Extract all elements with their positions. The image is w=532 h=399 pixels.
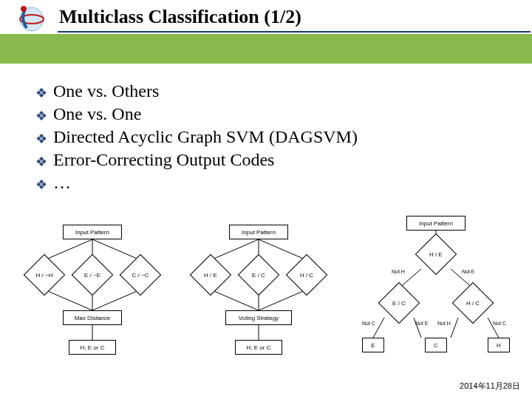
svg-line-8 bbox=[92, 290, 140, 310]
d3-edge-note2: Not E bbox=[415, 321, 429, 326]
svg-line-6 bbox=[44, 290, 92, 310]
title-underline bbox=[58, 31, 531, 33]
d3-right-label: H / C bbox=[454, 300, 491, 307]
bullet-icon: ❖ bbox=[35, 108, 47, 124]
svg-line-3 bbox=[44, 239, 92, 260]
diagram-one-vs-others: Input Pattern H / ~H E / ~E C / ~C Max D… bbox=[15, 223, 170, 364]
bullet-list: ❖One vs. Others ❖One vs. One ❖Directed A… bbox=[35, 81, 497, 193]
d1-node2-label: E / ~E bbox=[74, 272, 111, 279]
green-band bbox=[0, 34, 532, 64]
svg-point-2 bbox=[21, 6, 27, 12]
bullet-icon: ❖ bbox=[35, 154, 47, 170]
d2-node1-label: H / E bbox=[192, 272, 229, 279]
slide-content: ❖One vs. Others ❖One vs. One ❖Directed A… bbox=[0, 64, 532, 193]
list-item: ❖Directed Acyclic Graph SVM (DAGSVM) bbox=[35, 127, 497, 147]
d3-root-label: H / E bbox=[417, 251, 454, 258]
d3-input-box: Input Pattern bbox=[406, 216, 466, 231]
svg-line-22 bbox=[451, 318, 458, 338]
slide-title: Multiclass Classification (1/2) bbox=[59, 6, 301, 28]
d1-output-box: H, E or C bbox=[69, 340, 116, 355]
d2-output-box: H, E or C bbox=[235, 340, 282, 355]
d1-agg-box: Max Distance bbox=[63, 310, 122, 325]
list-item: ❖One vs. Others bbox=[35, 81, 497, 101]
d3-edge-not-e: Not E bbox=[462, 269, 475, 274]
list-item: ❖One vs. One bbox=[35, 104, 497, 124]
svg-line-5 bbox=[92, 239, 140, 260]
d3-edge-not-h: Not H bbox=[392, 269, 405, 274]
bullet-icon: ❖ bbox=[35, 177, 47, 193]
d3-out-h: H bbox=[488, 338, 510, 352]
svg-line-13 bbox=[211, 290, 259, 310]
d3-left-label: E / C bbox=[381, 300, 417, 307]
d3-edge-notc2: Not C bbox=[493, 321, 506, 326]
d3-out-e: E bbox=[362, 338, 384, 352]
footer-date: 2014年11月28日 bbox=[460, 381, 520, 392]
d3-out-c: C bbox=[425, 338, 447, 352]
svg-line-15 bbox=[259, 290, 307, 310]
d1-node3-label: C / ~C bbox=[122, 272, 159, 279]
d2-input-box: Input Pattern bbox=[229, 225, 288, 239]
d1-node1-label: H / ~H bbox=[26, 272, 63, 279]
istic-logo bbox=[13, 3, 50, 35]
svg-line-10 bbox=[211, 239, 259, 260]
svg-line-12 bbox=[259, 239, 307, 260]
list-item: ❖… bbox=[35, 173, 497, 193]
d2-node2-label: E / C bbox=[240, 272, 277, 279]
bullet-icon: ❖ bbox=[35, 131, 47, 147]
slide-header: Multiclass Classification (1/2) bbox=[0, 0, 532, 64]
bullet-text: Error-Correcting Output Codes bbox=[53, 150, 274, 170]
bullet-text: One vs. Others bbox=[53, 81, 159, 101]
diagrams-area: Input Pattern H / ~H E / ~E C / ~C Max D… bbox=[0, 223, 532, 371]
bullet-icon: ❖ bbox=[35, 85, 47, 101]
diagram-dagsvm: Input Pattern H / E Not H Not E E / C H … bbox=[347, 216, 525, 367]
bullet-text: … bbox=[53, 173, 71, 193]
diagram-one-vs-one: Input Pattern H / E E / C H / C Voting S… bbox=[181, 223, 336, 364]
title-bar: Multiclass Classification (1/2) bbox=[0, 0, 532, 34]
bullet-text: Directed Acyclic Graph SVM (DAGSVM) bbox=[53, 127, 358, 147]
d3-edge-notc: Not C bbox=[362, 321, 375, 326]
bullet-text: One vs. One bbox=[53, 104, 141, 124]
d3-edge-noth2: Not H bbox=[437, 321, 451, 326]
d2-node3-label: H / C bbox=[288, 272, 325, 279]
d2-agg-box: Voting Strategy bbox=[225, 310, 292, 325]
list-item: ❖Error-Correcting Output Codes bbox=[35, 150, 497, 170]
d1-input-box: Input Pattern bbox=[63, 225, 122, 239]
